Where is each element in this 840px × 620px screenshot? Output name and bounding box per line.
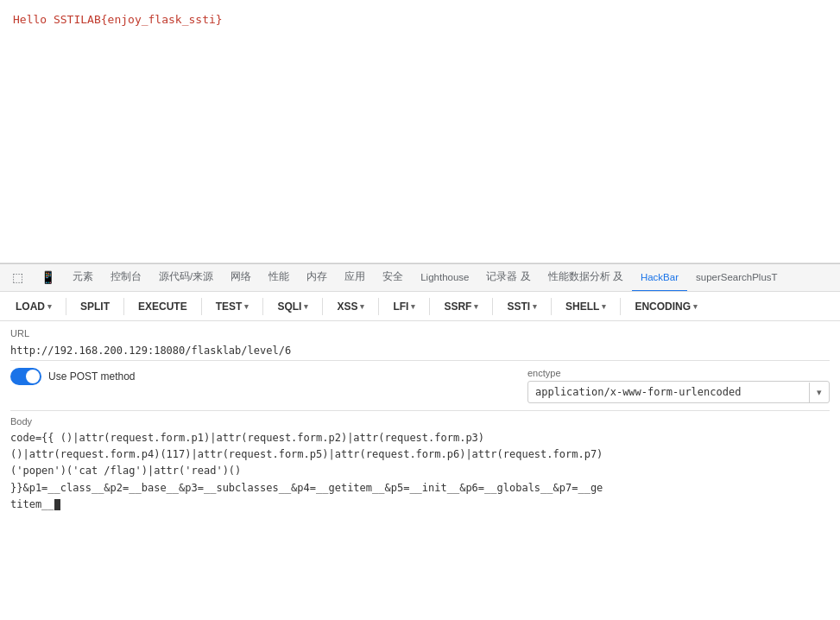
ssti-label: SSTI xyxy=(507,301,530,313)
url-input[interactable]: http://192.168.200.129:18080/flasklab/le… xyxy=(10,341,830,361)
sqli-button[interactable]: SQLI ▾ xyxy=(268,294,317,319)
encoding-button[interactable]: ENCODING ▾ xyxy=(626,294,706,319)
tab-recorder[interactable]: 记录器 及 xyxy=(477,264,539,292)
enctype-dropdown-icon[interactable]: ▾ xyxy=(809,383,829,402)
encoding-arrow-icon: ▾ xyxy=(693,302,698,311)
browser-content: Hello SSTILAB{enjoy_flask_ssti} xyxy=(0,0,840,263)
tab-sources[interactable]: 源代码/来源 xyxy=(150,264,222,292)
ssrf-arrow-icon: ▾ xyxy=(474,302,478,311)
perf-insights-tab-label: 性能数据分析 及 xyxy=(548,270,623,283)
separator-10 xyxy=(620,298,621,315)
supersearch-tab-label: superSearchPlusT xyxy=(696,272,778,282)
separator-7 xyxy=(429,298,430,315)
separator-6 xyxy=(378,298,379,315)
lfi-arrow-icon: ▾ xyxy=(411,302,415,311)
shell-label: SHELL xyxy=(565,301,599,313)
separator-1 xyxy=(66,298,66,315)
devtools-panel: ⬚ 📱 元素 控制台 源代码/来源 网络 性能 内存 应用 安全 Lighth xyxy=(0,263,840,520)
separator-8 xyxy=(492,298,493,315)
tab-supersearch[interactable]: superSearchPlusT xyxy=(687,264,786,292)
devtools-tab-bar: ⬚ 📱 元素 控制台 源代码/来源 网络 性能 内存 应用 安全 Lighth xyxy=(0,264,840,292)
tab-memory[interactable]: 内存 xyxy=(298,264,336,292)
tab-console[interactable]: 控制台 xyxy=(102,264,150,292)
separator-2 xyxy=(123,298,124,315)
load-label: LOAD xyxy=(16,301,45,313)
memory-tab-label: 内存 xyxy=(306,270,327,283)
shell-button[interactable]: SHELL ▾ xyxy=(557,294,615,319)
tab-lighthouse[interactable]: Lighthouse xyxy=(412,264,477,292)
tab-elements[interactable]: 元素 xyxy=(64,264,102,292)
ssti-button[interactable]: SSTI ▾ xyxy=(498,294,546,319)
inspect-icon: ⬚ xyxy=(12,270,23,284)
separator-3 xyxy=(201,298,202,315)
performance-tab-label: 性能 xyxy=(268,270,289,283)
shell-arrow-icon: ▾ xyxy=(602,302,606,311)
tab-performance[interactable]: 性能 xyxy=(260,264,298,292)
body-section: Body code={{ ()|attr(request.form.p1)|at… xyxy=(10,410,830,513)
console-tab-label: 控制台 xyxy=(111,270,142,283)
tab-device-icon[interactable]: 📱 xyxy=(32,264,64,292)
xss-arrow-icon: ▾ xyxy=(360,302,364,311)
body-textarea[interactable]: code={{ ()|attr(request.form.p1)|attr(re… xyxy=(10,430,830,513)
execute-label: EXECUTE xyxy=(138,301,187,313)
post-toggle-group: Use POST method xyxy=(10,368,136,385)
network-tab-label: 网络 xyxy=(231,270,251,283)
test-button[interactable]: TEST ▾ xyxy=(207,294,258,319)
ssrf-label: SSRF xyxy=(444,301,471,313)
enctype-value: application/x-www-form-urlencoded xyxy=(528,382,809,402)
test-label: TEST xyxy=(216,301,243,313)
device-icon: 📱 xyxy=(41,270,55,284)
recorder-tab-label: 记录器 及 xyxy=(486,270,530,283)
tab-hackbar[interactable]: HackBar xyxy=(632,264,687,292)
test-arrow-icon: ▾ xyxy=(244,302,249,311)
hackbar-form: URL http://192.168.200.129:18080/flaskla… xyxy=(0,321,840,520)
hello-text: Hello SSTILAB{enjoy_flask_ssti} xyxy=(13,13,827,26)
separator-4 xyxy=(262,298,263,315)
sqli-label: SQLI xyxy=(277,301,301,313)
enctype-label: enctype xyxy=(527,368,830,378)
hackbar-toolbar: LOAD ▾ SPLIT EXECUTE TEST ▾ SQLI ▾ XSS ▾… xyxy=(0,292,840,321)
lighthouse-tab-label: Lighthouse xyxy=(420,272,469,282)
url-label: URL xyxy=(10,328,830,338)
application-tab-label: 应用 xyxy=(344,270,365,283)
tab-application[interactable]: 应用 xyxy=(336,264,374,292)
post-method-toggle[interactable] xyxy=(10,368,41,385)
ssrf-button[interactable]: SSRF ▾ xyxy=(435,294,487,319)
ssti-arrow-icon: ▾ xyxy=(533,302,537,311)
encoding-label: ENCODING xyxy=(635,301,691,313)
hackbar-tab-label: HackBar xyxy=(641,272,679,282)
tab-perf-insights[interactable]: 性能数据分析 及 xyxy=(540,264,632,292)
separator-5 xyxy=(322,298,323,315)
text-cursor xyxy=(54,499,60,510)
tab-security[interactable]: 安全 xyxy=(374,264,412,292)
tab-inspect-icon[interactable]: ⬚ xyxy=(3,264,32,292)
lfi-button[interactable]: LFI ▾ xyxy=(384,294,424,319)
execute-button[interactable]: EXECUTE xyxy=(129,294,196,319)
sqli-arrow-icon: ▾ xyxy=(304,302,308,311)
separator-9 xyxy=(551,298,552,315)
load-button[interactable]: LOAD ▾ xyxy=(7,294,60,319)
post-method-label: Use POST method xyxy=(48,370,136,383)
form-options-row: Use POST method enctype application/x-ww… xyxy=(10,368,830,403)
split-button[interactable]: SPLIT xyxy=(72,294,118,319)
enctype-select[interactable]: application/x-www-form-urlencoded ▾ xyxy=(527,381,830,403)
split-label: SPLIT xyxy=(80,301,110,313)
elements-tab-label: 元素 xyxy=(73,270,93,283)
lfi-label: LFI xyxy=(393,301,408,313)
load-arrow-icon: ▾ xyxy=(47,302,52,311)
enctype-group: enctype application/x-www-form-urlencode… xyxy=(527,368,830,403)
xss-button[interactable]: XSS ▾ xyxy=(328,294,373,319)
xss-label: XSS xyxy=(337,301,357,313)
tab-network[interactable]: 网络 xyxy=(222,264,260,292)
security-tab-label: 安全 xyxy=(382,270,403,283)
body-label: Body xyxy=(10,416,830,427)
sources-tab-label: 源代码/来源 xyxy=(159,270,213,283)
